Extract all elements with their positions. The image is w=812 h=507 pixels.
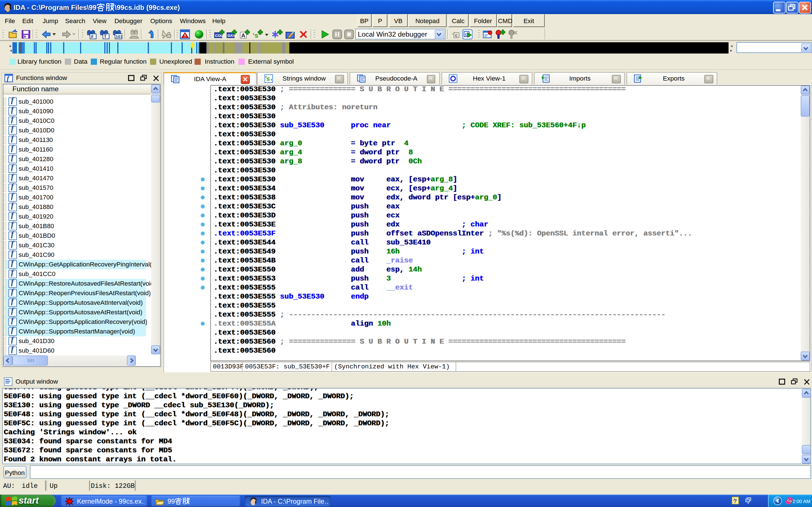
- svg-text:#: #: [91, 34, 94, 39]
- svg-text:c: c: [455, 33, 458, 38]
- svg-text:?: ?: [733, 498, 737, 504]
- svg-text:T: T: [104, 34, 107, 39]
- svg-text:101: 101: [115, 34, 122, 39]
- svg-text:c: c: [465, 32, 467, 36]
- svg-text:s: s: [266, 75, 270, 82]
- svg-text:A: A: [241, 32, 245, 38]
